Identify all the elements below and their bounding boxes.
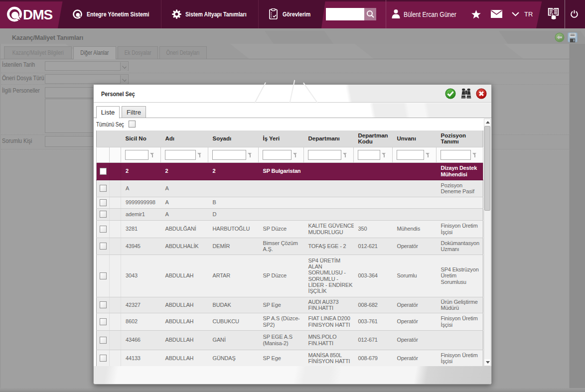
svg-text:DMS: DMS: [23, 7, 53, 22]
